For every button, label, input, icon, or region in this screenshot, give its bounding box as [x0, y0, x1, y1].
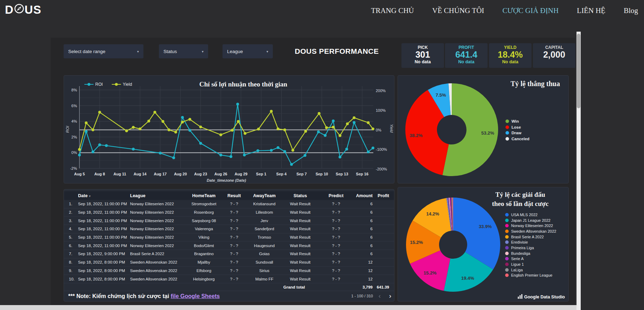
table-cell: Sep 18, 2022, 11:00:00 PM [78, 244, 130, 248]
table-cell: ? - ? [223, 277, 245, 281]
column-header-predict[interactable]: Predict [317, 193, 355, 198]
svg-text:7.5%: 7.5% [436, 92, 446, 98]
table-cell: Sep 18, 2022, 8:00:00 PM [78, 269, 130, 273]
nav-item-ve-chung-toi[interactable]: VỀ CHÚNG TÔI [432, 6, 484, 15]
column-header-hometeam[interactable]: HomeTeam [185, 193, 223, 198]
table-cell: ? - ? [317, 235, 355, 239]
legend-item-bundesliga[interactable]: Bundesliga [505, 251, 556, 256]
legend-label: USA MLS 2022 [511, 213, 537, 217]
column-header-date[interactable]: Date▾ [78, 193, 130, 198]
legend-item-win[interactable]: Win [505, 118, 529, 124]
column-header-awayteam[interactable]: AwayTeam [245, 193, 283, 198]
table-cell: ? - ? [223, 210, 245, 214]
pagination-range: 1 - 100 / 310 [351, 294, 373, 298]
donut1-legend: WinLoseDrawCanceled [505, 118, 529, 142]
iframe-scrollbar[interactable] [577, 32, 581, 310]
legend-item-sweden-allsvenskan-2022[interactable]: Sweden Allsvenskan 2022 [505, 228, 556, 234]
legend-item-draw[interactable]: Draw [505, 130, 529, 136]
legend-item-norway-eliteserien-2022[interactable]: Norway Eliteserien 2022 [505, 223, 556, 228]
legend-dot [505, 137, 509, 141]
nav-item-trang-chu[interactable]: TRANG CHỦ [371, 6, 414, 15]
page-title: DOUS PERFORMANCE [284, 47, 389, 56]
nav-item-cuoc-gia-dinh[interactable]: CƯỢC GIẢ ĐỊNH [502, 6, 559, 15]
table-cell: Wait Result [283, 252, 317, 256]
legend-dot [505, 120, 509, 123]
nav-item-lien-he[interactable]: LIÊN HỆ [577, 6, 605, 15]
table-cell: Lillestrom [245, 210, 283, 214]
legend-item-ligue-1[interactable]: Ligue 1 [505, 261, 556, 267]
legend-label: Norway Eliteserien 2022 [511, 224, 553, 228]
svg-text:Aug 29: Aug 29 [234, 172, 247, 176]
legend-item-english-premier-league[interactable]: English Premier League [505, 273, 556, 278]
table-cell: Wait Result [283, 235, 317, 239]
table-cell: Sep 18, 2022, 8:00:00 PM [78, 260, 130, 264]
legend-dot [505, 230, 509, 233]
report-canvas: Select date range ▾ Status ▾ League ▾ DO… [51, 38, 575, 305]
league-filter-label: League [227, 49, 243, 54]
legend-label: Lose [511, 125, 521, 129]
pagination: 1 - 100 / 310 ‹ › [348, 292, 394, 300]
legend-item-eredivisie[interactable]: Eredivisie [505, 239, 556, 245]
legend-label: Serie A [511, 257, 523, 261]
pagination-prev-icon[interactable]: ‹ [379, 292, 381, 300]
table-row: 5.Sep 18, 2022, 11:00:00 PMNorway Elites… [64, 233, 394, 242]
legend-item-canceled[interactable]: Canceled [505, 136, 529, 142]
legend-item-usa-mls-2022[interactable]: USA MLS 2022 [505, 212, 556, 218]
table-cell: Brasil Serie A 2022 [130, 252, 185, 256]
table-cell: Sandefjord [245, 227, 283, 231]
table-cell: ? - ? [317, 260, 355, 264]
column-header-result[interactable]: Result [223, 193, 245, 198]
column-header-status[interactable]: Status [283, 193, 317, 198]
table-cell: 6 [355, 210, 375, 214]
table-cell: ? - ? [317, 277, 355, 281]
table-cell: Mjallby [185, 260, 223, 264]
column-header-amount[interactable]: Amount [355, 193, 375, 198]
svg-text:0%: 0% [376, 128, 381, 132]
donut2-legend: USA MLS 2022Japan J1 League 2022Norway E… [505, 212, 556, 278]
legend-dot [505, 252, 509, 255]
svg-text:4%: 4% [71, 119, 77, 123]
table-cell: Wait Result [283, 244, 317, 248]
table-cell: 6 [355, 252, 375, 256]
date-range-filter[interactable]: Select date range ▾ [64, 44, 143, 58]
bets-table-panel: Date▾LeagueHomeTeamResultAwayTeamStatusP… [64, 189, 394, 302]
table-cell: Sarpsborg 08 [185, 219, 223, 223]
kpi-subtext: No data [401, 59, 444, 64]
table-cell: Malmo FF [245, 277, 283, 281]
kpi-label: YIELD [489, 45, 532, 50]
roi-yield-line-chart: 8%6%4%2%0%-2%200%100%0%-100%-200%Aug 5Au… [64, 76, 395, 184]
table-cell: 6 [355, 244, 375, 248]
table-cell: 7. [67, 252, 78, 256]
scrollbar-thumb[interactable] [577, 34, 580, 108]
legend-item-japan-j1-league-2022[interactable]: Japan J1 League 2022 [505, 218, 556, 223]
pagination-next-icon[interactable]: › [389, 292, 391, 300]
legend-dot [505, 240, 509, 244]
legend-label: English Premier League [511, 273, 552, 277]
status-filter[interactable]: Status ▾ [159, 44, 208, 58]
svg-text:200%: 200% [376, 89, 386, 93]
google-sheets-link[interactable]: file Google Sheets [171, 293, 220, 299]
svg-text:Yield: Yield [389, 124, 394, 133]
column-header-profit[interactable]: Profit [375, 193, 391, 198]
dous-logo[interactable]: D US [5, 3, 41, 17]
legend-item-laliga[interactable]: LaLiga [505, 267, 556, 273]
svg-text:53.2%: 53.2% [481, 130, 494, 136]
table-header-row: Date▾LeagueHomeTeamResultAwayTeamStatusP… [64, 191, 394, 200]
table-cell: Sep 18, 2022, 8:00:00 PM [78, 277, 130, 281]
nav-item-blog[interactable]: Blog [624, 6, 638, 15]
svg-text:Aug 5: Aug 5 [74, 172, 85, 176]
donut2-title-line1: Tỷ lệ các giải đấu [480, 190, 561, 199]
legend-label: Primeira Liga [511, 246, 534, 250]
legend-item-lose[interactable]: Lose [505, 124, 529, 130]
legend-item-serie-a[interactable]: Serie A [505, 256, 556, 262]
league-filter[interactable]: League ▾ [223, 44, 273, 58]
table-cell: Tromso [245, 235, 283, 239]
legend-item-brasil-serie-a-2022[interactable]: Brasil Serie A 2022 [505, 234, 556, 240]
table-cell: Wait Result [283, 219, 317, 223]
table-cell: ? - ? [223, 269, 245, 273]
table-cell: Goias [245, 252, 283, 256]
kpi-card-capital: CAPITAL 2,000 [533, 43, 575, 68]
svg-text:-200%: -200% [376, 167, 387, 171]
legend-item-primeira-liga[interactable]: Primeira Liga [505, 245, 556, 251]
column-header-league[interactable]: League [130, 193, 185, 198]
